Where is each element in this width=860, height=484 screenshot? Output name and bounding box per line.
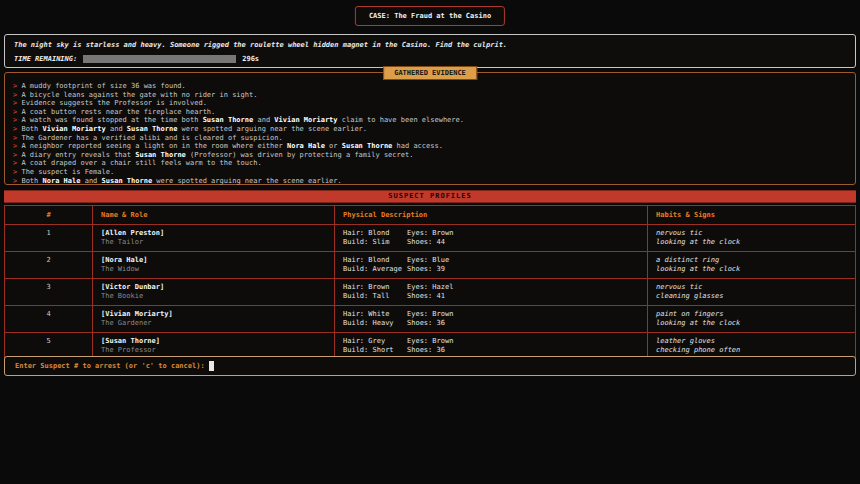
evidence-text: Vivian Moriarty bbox=[274, 116, 337, 124]
evidence-line: > A bicycle leans against the gate with … bbox=[13, 91, 847, 100]
evidence-list: > A muddy footprint of size 36 was found… bbox=[13, 82, 847, 185]
evidence-text: A neighbor reported seeing a light on in… bbox=[21, 142, 287, 150]
evidence-text: The Gardener has a verified alibi and is… bbox=[21, 134, 282, 142]
evidence-text: Evidence suggests the Professor is invol… bbox=[21, 99, 206, 107]
build-value: Build: Tall bbox=[343, 292, 407, 301]
suspect-table: # Name & Role Physical Description Habit… bbox=[4, 205, 856, 360]
evidence-text: A muddy footprint of size 36 was found. bbox=[21, 82, 185, 90]
evidence-panel: GATHERED EVIDENCE > A muddy footprint of… bbox=[4, 72, 856, 185]
suspect-name-cell: [Vivian Moriarty]The Gardener bbox=[93, 306, 335, 333]
narrative-text: The night sky is starless and heavy. Som… bbox=[14, 41, 846, 49]
habit-line: leather gloves bbox=[656, 337, 847, 346]
evidence-line: > A coat draped over a chair still feels… bbox=[13, 159, 847, 168]
evidence-line: > The Gardener has a verified alibi and … bbox=[13, 134, 847, 143]
suspect-name: [Victor Dunbar] bbox=[101, 283, 326, 292]
habit-line: looking at the clock bbox=[656, 265, 847, 274]
suspect-physical-cell: Hair: BrownEyes: HazelBuild: TallShoes: … bbox=[335, 279, 648, 306]
column-header-habits: Habits & Signs bbox=[648, 206, 856, 225]
evidence-text: Susan Thorne bbox=[102, 177, 153, 185]
suspect-physical-cell: Hair: BlondEyes: BlueBuild: AverageShoes… bbox=[335, 252, 648, 279]
suspect-name: [Nora Hale] bbox=[101, 256, 326, 265]
habit-line: nervous tic bbox=[656, 283, 847, 292]
evidence-line: > A muddy footprint of size 36 was found… bbox=[13, 82, 847, 91]
suspect-profiles-header: SUSPECT PROFILES bbox=[4, 190, 856, 203]
suspect-row[interactable]: 2[Nora Hale]The WidowHair: BlondEyes: Bl… bbox=[5, 252, 856, 279]
evidence-text: Vivian Moriarty bbox=[43, 125, 106, 133]
arrest-prompt-label: Enter Suspect # to arrest (or 'c' to can… bbox=[15, 362, 205, 370]
hair-value: Hair: Blond bbox=[343, 256, 407, 265]
build-value: Build: Slim bbox=[343, 238, 407, 247]
evidence-line: > A coat button rests near the fireplace… bbox=[13, 108, 847, 117]
habit-line: looking at the clock bbox=[656, 238, 847, 247]
eyes-value: Eyes: Brown bbox=[407, 229, 453, 237]
habit-line: cleaning glasses bbox=[656, 292, 847, 301]
eyes-value: Eyes: Brown bbox=[407, 310, 453, 318]
hair-value: Hair: Blond bbox=[343, 229, 407, 238]
suspect-row[interactable]: 4[Vivian Moriarty]The GardenerHair: Whit… bbox=[5, 306, 856, 333]
evidence-text: Both bbox=[21, 125, 42, 133]
evidence-line: > A watch was found stopped at the time … bbox=[13, 116, 847, 125]
timer-label: TIME REMAINING: bbox=[14, 55, 77, 63]
timer-progress-bar bbox=[83, 55, 236, 63]
evidence-text: Susan Thorne bbox=[127, 125, 178, 133]
arrest-prompt[interactable]: Enter Suspect # to arrest (or 'c' to can… bbox=[4, 356, 856, 376]
intro-panel: The night sky is starless and heavy. Som… bbox=[4, 34, 856, 68]
physical-line: Hair: BrownEyes: Hazel bbox=[343, 283, 639, 292]
suspect-number: 2 bbox=[5, 252, 93, 279]
build-value: Build: Short bbox=[343, 346, 407, 355]
suspect-role: The Professor bbox=[101, 346, 326, 355]
suspect-name: [Vivian Moriarty] bbox=[101, 310, 326, 319]
case-title-text: CASE: The Fraud at the Casino bbox=[369, 12, 491, 20]
suspect-physical-cell: Hair: WhiteEyes: BrownBuild: HeavyShoes:… bbox=[335, 306, 648, 333]
evidence-line: > A neighbor reported seeing a light on … bbox=[13, 142, 847, 151]
physical-line: Hair: BlondEyes: Blue bbox=[343, 256, 639, 265]
habit-line: a distinct ring bbox=[656, 256, 847, 265]
suspect-habits-cell: paint on fingerslooking at the clock bbox=[648, 306, 856, 333]
evidence-text: A coat button rests near the fireplace h… bbox=[21, 108, 215, 116]
evidence-text: were spotted arguing near the scene earl… bbox=[152, 177, 342, 185]
hair-value: Hair: Grey bbox=[343, 337, 407, 346]
evidence-text: and bbox=[253, 116, 274, 124]
evidence-text: or bbox=[325, 142, 342, 150]
physical-line: Build: TallShoes: 41 bbox=[343, 292, 639, 301]
evidence-header: GATHERED EVIDENCE bbox=[383, 66, 477, 80]
suspect-number: 4 bbox=[5, 306, 93, 333]
physical-line: Build: HeavyShoes: 36 bbox=[343, 319, 639, 328]
evidence-text: A diary entry reveals that bbox=[21, 151, 135, 159]
evidence-text: The suspect is Female. bbox=[21, 168, 114, 176]
suspect-habits-cell: nervous ticlooking at the clock bbox=[648, 225, 856, 252]
evidence-text: Susan Thorne bbox=[135, 151, 186, 159]
eyes-value: Eyes: Brown bbox=[407, 337, 453, 345]
evidence-line: > A diary entry reveals that Susan Thorn… bbox=[13, 151, 847, 160]
build-value: Build: Heavy bbox=[343, 319, 407, 328]
shoes-value: Shoes: 36 bbox=[407, 346, 445, 354]
physical-line: Build: ShortShoes: 36 bbox=[343, 346, 639, 355]
evidence-text: (Professor) was driven by protecting a f… bbox=[186, 151, 414, 159]
shoes-value: Shoes: 44 bbox=[407, 238, 445, 246]
evidence-text: Susan Thorne bbox=[203, 116, 254, 124]
evidence-text: Nora Hale bbox=[43, 177, 81, 185]
evidence-line: > Both Vivian Moriarty and Susan Thorne … bbox=[13, 125, 847, 134]
suspect-habits-cell: a distinct ringlooking at the clock bbox=[648, 252, 856, 279]
evidence-text: had access. bbox=[392, 142, 443, 150]
timer-value: 296s bbox=[242, 55, 259, 63]
physical-line: Build: SlimShoes: 44 bbox=[343, 238, 639, 247]
hair-value: Hair: Brown bbox=[343, 283, 407, 292]
habit-line: checking phone often bbox=[656, 346, 847, 355]
suspect-number: 3 bbox=[5, 279, 93, 306]
shoes-value: Shoes: 36 bbox=[407, 319, 445, 327]
shoes-value: Shoes: 41 bbox=[407, 292, 445, 300]
shoes-value: Shoes: 39 bbox=[407, 265, 445, 273]
suspect-number: 1 bbox=[5, 225, 93, 252]
suspect-role: The Gardener bbox=[101, 319, 326, 328]
habit-line: nervous tic bbox=[656, 229, 847, 238]
evidence-text: were spotted arguing near the scene earl… bbox=[177, 125, 367, 133]
eyes-value: Eyes: Blue bbox=[407, 256, 449, 264]
evidence-line: > The suspect is Female. bbox=[13, 168, 847, 177]
suspect-row[interactable]: 3[Victor Dunbar]The BookieHair: BrownEye… bbox=[5, 279, 856, 306]
suspect-name: [Allen Preston] bbox=[101, 229, 326, 238]
evidence-text: A bicycle leans against the gate with no… bbox=[21, 91, 257, 99]
evidence-text: Nora Hale bbox=[287, 142, 325, 150]
evidence-line: > Evidence suggests the Professor is inv… bbox=[13, 99, 847, 108]
suspect-row[interactable]: 1[Allen Preston]The TailorHair: BlondEye… bbox=[5, 225, 856, 252]
